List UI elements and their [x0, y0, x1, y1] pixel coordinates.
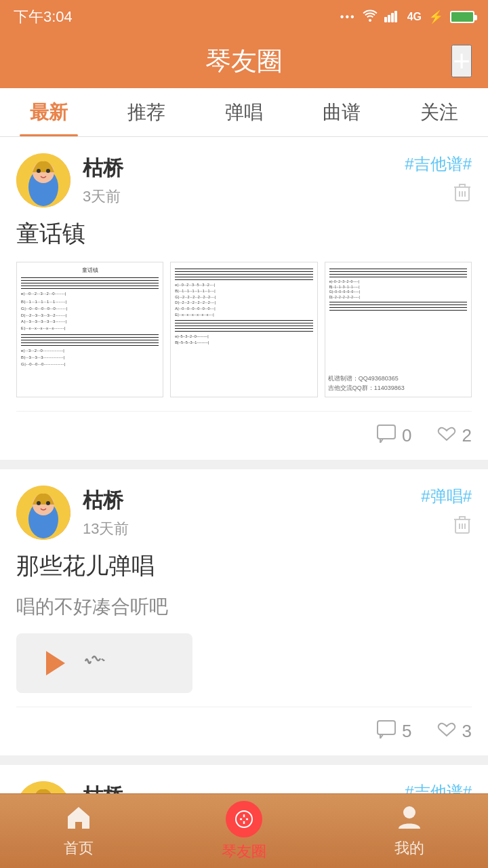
comment-icon-2 — [376, 719, 396, 743]
svg-rect-3 — [394, 11, 397, 22]
nav-home-label: 首页 — [64, 838, 94, 859]
comment-count-2: 5 — [402, 721, 411, 742]
tab-follow[interactable]: 关注 — [390, 88, 488, 136]
comment-action-1[interactable]: 0 — [376, 424, 411, 448]
nav-home[interactable]: 首页 — [64, 804, 94, 859]
avatar-2[interactable] — [16, 486, 70, 540]
audio-player-2[interactable] — [16, 633, 192, 693]
like-count-2: 3 — [462, 721, 472, 742]
post-time-1: 3天前 — [83, 186, 123, 207]
tab-play[interactable]: 弹唱 — [195, 88, 293, 136]
delete-btn-2[interactable] — [453, 514, 472, 539]
delete-btn-1[interactable] — [453, 182, 472, 207]
app-title: 琴友圈 — [205, 44, 283, 79]
post-title-2: 那些花儿弹唱 — [16, 551, 472, 582]
play-button-2[interactable] — [41, 648, 70, 678]
tab-bar: 最新 推荐 弹唱 曲谱 关注 — [0, 88, 488, 137]
post-footer-1: 0 2 — [16, 411, 472, 460]
svg-rect-17 — [378, 721, 395, 734]
tab-sheet[interactable]: 曲谱 — [293, 88, 390, 136]
comment-count-1: 0 — [402, 425, 411, 446]
post-tag-2[interactable]: #弹唱# — [421, 486, 472, 507]
svg-rect-2 — [391, 13, 394, 22]
sheet-img-1-2[interactable]: e|--0--2--3--5--3--2---| B|--1--1--1--1-… — [170, 262, 317, 397]
sheet-img-1-1[interactable]: 童话镇 e|--0--2--3--2--0------| B|--1--1--1… — [16, 262, 163, 397]
audio-waves-icon — [81, 651, 106, 676]
comment-icon-1 — [376, 424, 396, 448]
like-action-1[interactable]: 2 — [436, 424, 472, 448]
post-feed: 枯桥 3天前 #吉他谱# 童话镇 — [0, 137, 488, 868]
post-card-2: 枯桥 13天前 #弹唱# 那些花儿弹唱 — [0, 469, 488, 755]
post-subtitle-2: 唱的不好凑合听吧 — [16, 594, 472, 620]
svg-point-8 — [46, 169, 50, 173]
tab-recommend[interactable]: 推荐 — [98, 88, 195, 136]
person-icon — [397, 804, 422, 834]
svg-point-14 — [37, 501, 41, 505]
post-tag-1[interactable]: #吉他谱# — [405, 153, 472, 175]
post-header-1: 枯桥 3天前 #吉他谱# — [16, 153, 472, 208]
sheet-images-1[interactable]: 童话镇 e|--0--2--3--2--0------| B|--1--1--1… — [16, 262, 472, 397]
app-header: 琴友圈 + — [0, 34, 488, 88]
svg-point-15 — [46, 501, 50, 505]
nav-mine-label: 我的 — [394, 838, 424, 859]
like-icon-2 — [436, 719, 457, 743]
post-footer-2: 5 3 — [16, 707, 472, 755]
bottom-nav: 首页 琴友圈 我的 — [0, 793, 488, 868]
nav-qinyouquan-label: 琴友圈 — [222, 842, 266, 862]
play-triangle-icon — [46, 651, 65, 675]
status-bar: 下午3:04 ••• 4G ⚡ — [0, 0, 488, 34]
post-time-2: 13天前 — [83, 519, 129, 539]
network-type: 4G — [407, 11, 422, 23]
dots-icon: ••• — [340, 11, 356, 23]
avatar-1[interactable] — [16, 153, 70, 208]
nav-mine[interactable]: 我的 — [394, 804, 424, 859]
status-icons: ••• 4G ⚡ — [340, 9, 474, 25]
like-action-2[interactable]: 3 — [436, 719, 472, 743]
username-1: 枯桥 — [83, 155, 123, 182]
comment-action-2[interactable]: 5 — [376, 719, 411, 743]
like-count-1: 2 — [462, 425, 472, 446]
wifi-icon — [363, 9, 378, 25]
sheet-img-1-3[interactable]: e|--0--2--3--2--0-----| B|--1--1--3--1--… — [325, 262, 472, 397]
tab-latest[interactable]: 最新 — [0, 88, 98, 136]
nav-qinyouquan-icon-bg — [226, 801, 262, 837]
username-2: 枯桥 — [83, 487, 129, 515]
post-header-2: 枯桥 13天前 #弹唱# — [16, 486, 472, 540]
like-icon-1 — [436, 424, 457, 448]
post-title-1: 童话镇 — [16, 218, 472, 250]
svg-point-25 — [242, 817, 246, 821]
battery-icon — [450, 11, 474, 23]
post-card-1: 枯桥 3天前 #吉他谱# 童话镇 — [0, 137, 488, 460]
svg-point-7 — [37, 169, 41, 173]
svg-rect-10 — [378, 425, 395, 439]
home-icon — [65, 804, 92, 834]
bolt-icon: ⚡ — [428, 9, 443, 24]
signal-icon — [384, 10, 401, 24]
svg-rect-1 — [388, 15, 390, 22]
svg-point-26 — [403, 806, 415, 818]
svg-rect-0 — [384, 17, 387, 22]
add-post-button[interactable]: + — [451, 45, 472, 77]
nav-qinyouquan[interactable]: 琴友圈 — [222, 801, 266, 862]
status-time: 下午3:04 — [14, 7, 73, 27]
